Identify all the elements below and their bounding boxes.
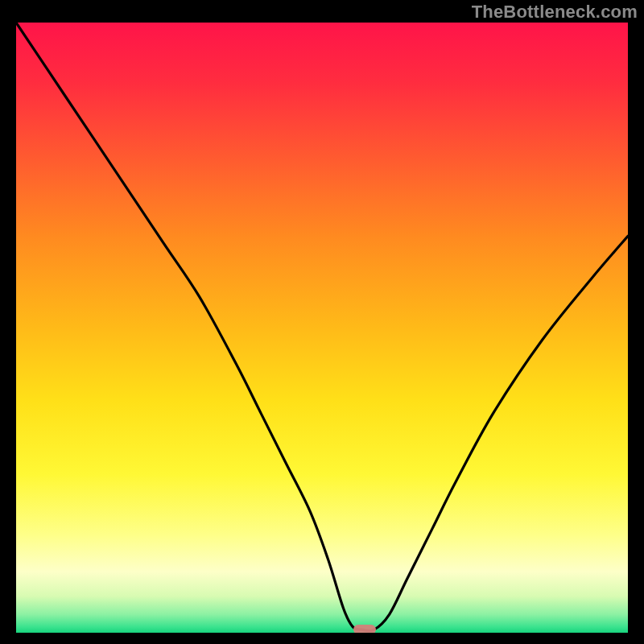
chart-area	[16, 23, 628, 633]
watermark-text: TheBottleneck.com	[472, 2, 638, 23]
chart-svg	[16, 23, 628, 633]
frame: TheBottleneck.com	[0, 0, 644, 644]
optimal-marker	[353, 625, 376, 633]
